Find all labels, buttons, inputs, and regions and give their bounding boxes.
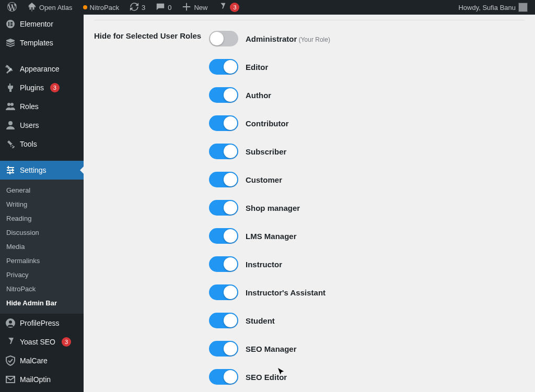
toggle-student[interactable] <box>209 313 238 328</box>
admin-bar: Open Atlas NitroPack 3 0 New 3 Howdy, Su… <box>0 0 535 15</box>
sidebar-item-settings[interactable]: Settings <box>0 161 84 180</box>
yoast-badge: 3 <box>230 3 239 12</box>
nitropack-label: NitroPack <box>90 4 119 11</box>
role-row-seo_editor: SEO Editor <box>209 369 525 385</box>
toggle-editor[interactable] <box>209 59 238 75</box>
svg-rect-13 <box>9 171 10 174</box>
menu-label: Appearance <box>20 65 60 73</box>
role-label: Instructor's Assistant <box>246 288 325 297</box>
role-row-administrator: Administrator (Your Role) <box>209 31 525 46</box>
role-row-shop_manager: Shop manager <box>209 200 525 216</box>
comments-count: 0 <box>168 4 171 11</box>
main-content: Hide for Selected User Roles Administrat… <box>84 15 535 392</box>
menu-label: Roles <box>20 102 39 111</box>
menu-label: Tools <box>20 140 37 148</box>
role-row-seo_manager: SEO Manager <box>209 341 525 357</box>
menu-label: Templates <box>20 39 53 47</box>
nitropack-menu[interactable]: NitroPack <box>80 4 122 11</box>
sidebar-item-mailoptin[interactable]: MailOptin <box>0 370 84 389</box>
updates-count: 3 <box>142 4 145 11</box>
menu-label: MalCare <box>20 357 48 365</box>
submenu-item-permalinks[interactable]: Permalinks <box>0 254 84 268</box>
section-title: Hide for Selected User Roles <box>94 31 209 41</box>
submenu-item-privacy[interactable]: Privacy <box>0 268 84 282</box>
new-content[interactable]: New <box>179 2 211 13</box>
wp-logo[interactable] <box>4 2 20 13</box>
site-name[interactable]: Open Atlas <box>24 2 76 13</box>
toggle-instructors_assistant[interactable] <box>209 284 238 300</box>
sidebar-item-yoast[interactable]: Yoast SEO3 <box>0 332 84 351</box>
svg-rect-3 <box>10 23 13 25</box>
toggle-subscriber[interactable] <box>209 144 238 159</box>
admin-bar-right: Howdy, Sufia Banu <box>455 3 531 12</box>
submenu-item-reading[interactable]: Reading <box>0 211 84 225</box>
settings-submenu: GeneralWritingReadingDiscussionMediaPerm… <box>0 180 84 314</box>
svg-rect-12 <box>12 169 13 172</box>
toggle-seo_editor[interactable] <box>209 369 238 385</box>
svg-point-6 <box>10 103 14 106</box>
menu-label: MailOptin <box>20 375 51 384</box>
my-account[interactable]: Howdy, Sufia Banu <box>455 3 531 12</box>
role-row-lms_manager: LMS Manager <box>209 228 525 244</box>
sidebar-item-elementor[interactable]: Elementor <box>0 15 84 33</box>
toggle-author[interactable] <box>209 87 238 103</box>
sidebar-item-tools[interactable]: Tools <box>0 135 84 153</box>
svg-rect-2 <box>10 22 13 23</box>
svg-point-15 <box>9 320 12 324</box>
toggle-seo_manager[interactable] <box>209 341 238 357</box>
howdy-text: Howdy, Sufia Banu <box>458 4 516 11</box>
sidebar-item-roles[interactable]: Roles <box>0 97 84 116</box>
avatar <box>518 3 528 12</box>
menu-label: Elementor <box>20 20 53 28</box>
submenu-item-general[interactable]: General <box>0 183 84 197</box>
role-label: Customer <box>246 175 282 184</box>
toggle-administrator[interactable] <box>209 31 238 46</box>
toggle-lms_manager[interactable] <box>209 228 238 244</box>
role-row-editor: Editor <box>209 59 525 75</box>
role-label: Instructor <box>246 260 282 269</box>
role-row-author: Author <box>209 87 525 103</box>
admin-sidebar: ElementorTemplatesAppearancePlugins3Role… <box>0 15 84 392</box>
badge: 3 <box>50 83 60 92</box>
sidebar-item-malcare[interactable]: MalCare <box>0 351 84 370</box>
hide-roles-setting: Hide for Selected User Roles Administrat… <box>94 20 525 392</box>
updates[interactable]: 3 <box>126 2 148 13</box>
svg-rect-1 <box>8 22 9 26</box>
new-label: New <box>194 4 207 11</box>
svg-rect-11 <box>8 166 9 169</box>
svg-point-7 <box>8 121 13 125</box>
menu-label: Yoast SEO <box>20 338 55 346</box>
submenu-item-writing[interactable]: Writing <box>0 197 84 211</box>
role-row-subscriber: Subscriber <box>209 144 525 159</box>
sidebar-item-templates[interactable]: Templates <box>0 33 84 52</box>
role-label: Subscriber <box>246 147 286 156</box>
menu-label: Settings <box>20 166 46 174</box>
sidebar-item-users[interactable]: Users <box>0 116 84 135</box>
submenu-item-nitropack[interactable]: NitroPack <box>0 282 84 296</box>
submenu-item-hideadminbar[interactable]: Hide Admin Bar <box>0 296 84 310</box>
admin-bar-left: Open Atlas NitroPack 3 0 New 3 <box>4 2 242 13</box>
toggle-contributor[interactable] <box>209 115 238 131</box>
sidebar-item-plugins[interactable]: Plugins3 <box>0 78 84 97</box>
role-label: LMS Manager <box>246 232 297 241</box>
comments[interactable]: 0 <box>153 2 175 13</box>
submenu-item-media[interactable]: Media <box>0 240 84 254</box>
role-label: Author <box>246 91 271 100</box>
role-row-contributor: Contributor <box>209 115 525 131</box>
svg-rect-4 <box>10 25 13 26</box>
menu-label: Users <box>20 121 39 129</box>
toggle-customer[interactable] <box>209 172 238 187</box>
svg-point-5 <box>7 103 10 106</box>
sidebar-item-profilepress[interactable]: ProfilePress <box>0 314 84 332</box>
role-label: SEO Manager <box>246 345 297 353</box>
sidebar-item-appearance[interactable]: Appearance <box>0 60 84 78</box>
role-label: Student <box>246 316 275 325</box>
yoast-menu[interactable]: 3 <box>215 2 242 13</box>
toggle-shop_manager[interactable] <box>209 200 238 216</box>
role-label: SEO Editor <box>246 373 287 382</box>
role-label: Administrator (Your Role) <box>246 34 330 43</box>
role-row-instructor: Instructor <box>209 256 525 272</box>
toggle-instructor[interactable] <box>209 256 238 272</box>
role-label: Shop manager <box>246 204 300 212</box>
submenu-item-discussion[interactable]: Discussion <box>0 225 84 240</box>
